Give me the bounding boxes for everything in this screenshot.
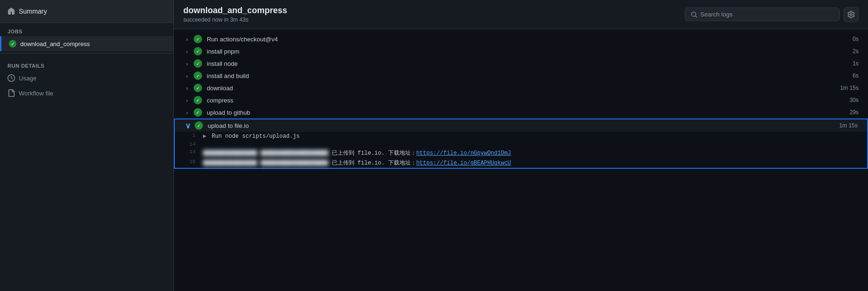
jobs-section-label: Jobs [0,23,173,36]
header-left: download_and_compress succeeded now in 3… [183,6,287,23]
step-duration: 29s [850,109,859,116]
step-duration: 0s [852,36,859,42]
step-label: install and build [207,72,852,79]
step-duration: 1m 15s [839,122,858,129]
line-number: 14 [184,149,203,155]
workflow-title: download_and_compress [183,6,287,16]
log-line-15: 15 ████████████████ ████████████████████… [175,158,867,168]
job-success-icon: ✓ [9,40,16,47]
expanded-log-content: 1 ▶ Run node scripts/upload.js 14 14 ███… [174,132,868,169]
step-success-icon: ✓ [194,59,202,68]
line-number: 15 [184,159,203,165]
log-row-upload-fileio-header[interactable]: ∨ ✓ upload to file.io 1m 15s [174,118,868,132]
step-duration: 6s [852,72,859,79]
chevron-right-icon: › [183,35,191,43]
workflow-file-label: Workflow file [19,90,53,97]
sidebar-item-summary[interactable]: Summary [0,0,173,23]
header: download_and_compress succeeded now in 3… [174,0,868,29]
summary-label: Summary [19,8,47,15]
step-label: compress [207,97,850,104]
workflow-status: succeeded now in 3m 43s [183,16,287,23]
house-icon [8,8,15,15]
log-row-checkout[interactable]: › ✓ Run actions/checkout@v4 0s [174,33,868,45]
log-row-upload-github[interactable]: › ✓ upload to github 29s [174,106,868,118]
step-success-icon: ✓ [194,47,202,55]
blurred-content-2: ████████████████ ████████████████████ [203,160,328,166]
search-logs-input[interactable]: Search logs [685,8,840,21]
chevron-right-icon: › [183,96,191,104]
step-label: install pnpm [207,48,852,55]
sidebar-item-download-compress[interactable]: ✓ download_and_compress [0,36,173,51]
main-content: download_and_compress succeeded now in 3… [174,0,868,291]
step-label: install node [207,60,852,67]
step-success-icon: ✓ [194,108,202,117]
step-duration: 1m 15s [840,85,859,91]
search-icon [691,11,697,18]
step-success-icon: ✓ [194,71,202,80]
step-label: upload to github [207,109,850,116]
line-number: 1 [184,133,203,138]
step-success-icon: ✓ [194,96,202,104]
sidebar: Summary Jobs ✓ download_and_compress Run… [0,0,174,291]
log-line-14: 14 ████████████████ ████████████████████… [175,148,867,158]
usage-label: Usage [19,75,37,82]
header-right: Search logs [685,7,859,22]
step-label: download [207,85,840,92]
sidebar-item-workflow-file[interactable]: Workflow file [0,86,173,101]
line-number: 14 [184,142,203,147]
line-content: ████████████████ ████████████████████ 已上… [203,159,858,167]
fileio-link-1[interactable]: https://file.io/nGpywQnd1DmJ [416,150,511,157]
line-content: ▶ Run node scripts/upload.js [203,133,858,140]
chevron-right-icon: › [183,84,191,92]
log-area: › ✓ Run actions/checkout@v4 0s › ✓ insta… [174,29,868,291]
step-success-icon: ✓ [194,84,202,92]
clock-icon [8,74,15,82]
chevron-right-icon: › [183,72,191,79]
run-details-label: Run details [0,55,173,71]
step-label: upload to file.io [208,122,839,129]
chevron-right-icon: › [183,47,191,55]
step-duration: 2s [852,48,859,55]
log-row-install-node[interactable]: › ✓ install node 1s [174,57,868,70]
step-success-icon: ✓ [195,121,203,130]
step-duration: 1s [852,60,859,67]
blurred-content-1: ████████████████ ████████████████████ [203,150,328,157]
gear-button[interactable] [844,7,859,22]
chevron-right-icon: › [183,109,191,116]
search-placeholder: Search logs [700,11,733,18]
job-label: download_and_compress [20,40,90,47]
log-row-download[interactable]: › ✓ download 1m 15s [174,82,868,94]
line-content: ████████████████ ████████████████████ 已上… [203,149,858,157]
gear-icon [847,11,855,18]
arrow-icon: ▶ [203,133,206,140]
chevron-down-icon: ∨ [184,122,192,129]
chevron-right-icon: › [183,60,191,67]
file-icon [8,89,15,97]
log-line-14-blank: 14 [175,141,867,148]
step-duration: 30s [850,97,859,103]
log-row-install-pnpm[interactable]: › ✓ install pnpm 2s [174,45,868,57]
step-label: Run actions/checkout@v4 [207,36,852,43]
fileio-link-2[interactable]: https://file.io/gBEAPHUgkwcU [416,160,511,166]
log-row-compress[interactable]: › ✓ compress 30s [174,94,868,106]
step-success-icon: ✓ [194,35,202,43]
log-line-1[interactable]: 1 ▶ Run node scripts/upload.js [175,132,867,141]
log-row-install-build[interactable]: › ✓ install and build 6s [174,70,868,82]
sidebar-item-usage[interactable]: Usage [0,71,173,86]
